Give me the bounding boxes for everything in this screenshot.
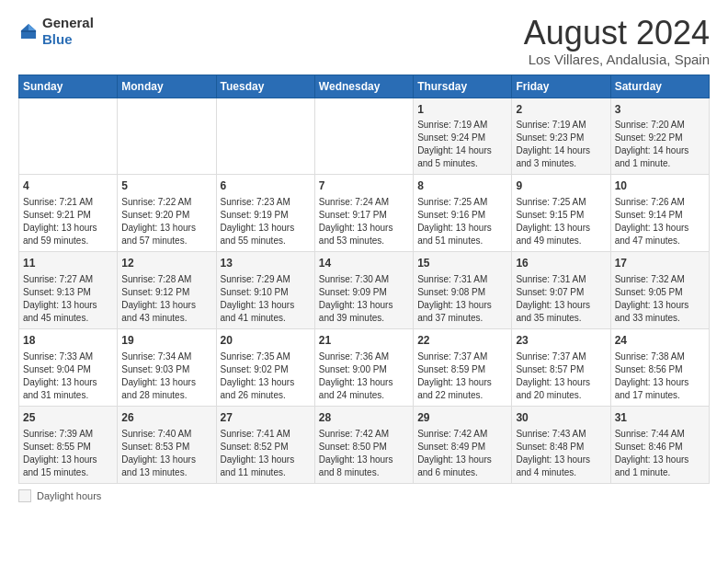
day-info: Sunset: 9:10 PM (221, 286, 311, 299)
calendar-cell: 6Sunrise: 7:23 AMSunset: 9:19 PMDaylight… (216, 175, 314, 252)
calendar-cell: 19Sunrise: 7:34 AMSunset: 9:03 PMDayligh… (118, 328, 216, 406)
day-info: Sunset: 9:22 PM (615, 132, 705, 144)
day-number: 15 (417, 256, 507, 271)
week-row: 18Sunrise: 7:33 AMSunset: 9:04 PMDayligh… (19, 328, 710, 406)
day-info: Sunset: 9:21 PM (23, 209, 113, 222)
calendar-cell: 8Sunrise: 7:25 AMSunset: 9:16 PMDaylight… (414, 175, 512, 252)
week-row: 11Sunrise: 7:27 AMSunset: 9:13 PMDayligh… (19, 252, 710, 329)
day-info: Sunrise: 7:36 AM (319, 350, 409, 363)
calendar-cell: 23Sunrise: 7:37 AMSunset: 8:57 PMDayligh… (512, 328, 610, 406)
day-info: Daylight: 13 hours and 35 minutes. (516, 299, 606, 325)
calendar-cell: 1Sunrise: 7:19 AMSunset: 9:24 PMDaylight… (414, 98, 512, 175)
day-info: Daylight: 13 hours and 4 minutes. (516, 454, 606, 479)
day-info: Sunset: 8:57 PM (516, 363, 606, 376)
day-info: Sunset: 8:53 PM (121, 441, 211, 454)
day-number: 20 (221, 333, 311, 349)
day-header: Thursday (414, 75, 512, 98)
calendar-cell: 31Sunrise: 7:44 AMSunset: 8:46 PMDayligh… (610, 406, 709, 483)
day-info: Sunset: 8:48 PM (516, 441, 606, 454)
day-number: 3 (615, 102, 705, 118)
day-info: Daylight: 13 hours and 51 minutes. (417, 222, 507, 247)
day-info: Daylight: 13 hours and 49 minutes. (516, 222, 606, 247)
calendar-cell: 10Sunrise: 7:26 AMSunset: 9:14 PMDayligh… (610, 175, 709, 252)
day-info: Sunset: 8:46 PM (615, 441, 705, 454)
day-number: 5 (121, 178, 211, 194)
day-header: Saturday (610, 75, 709, 98)
day-info: Sunset: 9:19 PM (221, 209, 311, 222)
calendar-cell: 12Sunrise: 7:28 AMSunset: 9:12 PMDayligh… (118, 252, 216, 329)
day-info: Daylight: 13 hours and 33 minutes. (615, 299, 705, 325)
day-info: Sunrise: 7:37 AM (417, 350, 507, 363)
calendar-cell (314, 98, 413, 175)
day-info: Sunrise: 7:28 AM (121, 273, 211, 286)
day-number: 17 (615, 256, 705, 271)
day-info: Sunrise: 7:19 AM (417, 119, 507, 132)
day-info: Daylight: 13 hours and 11 minutes. (221, 454, 311, 479)
day-info: Sunrise: 7:30 AM (319, 273, 409, 286)
day-info: Sunrise: 7:38 AM (615, 350, 705, 363)
day-info: Daylight: 13 hours and 41 minutes. (221, 299, 311, 325)
day-number: 13 (221, 256, 311, 271)
day-info: Daylight: 14 hours and 5 minutes. (417, 144, 507, 170)
calendar-cell (19, 98, 118, 175)
day-info: Sunrise: 7:19 AM (516, 119, 606, 132)
day-number: 18 (23, 333, 113, 349)
day-info: Sunset: 9:00 PM (319, 363, 409, 376)
calendar-cell: 20Sunrise: 7:35 AMSunset: 9:02 PMDayligh… (216, 328, 314, 406)
calendar-cell: 29Sunrise: 7:42 AMSunset: 8:49 PMDayligh… (414, 406, 512, 483)
svg-rect-2 (21, 30, 36, 31)
logo: General Blue (18, 15, 94, 48)
day-info: Daylight: 13 hours and 8 minutes. (319, 454, 409, 479)
week-row: 1Sunrise: 7:19 AMSunset: 9:24 PMDaylight… (19, 98, 710, 175)
day-number: 31 (615, 410, 705, 426)
calendar-cell: 11Sunrise: 7:27 AMSunset: 9:13 PMDayligh… (19, 252, 118, 329)
day-info: Daylight: 13 hours and 13 minutes. (121, 454, 211, 479)
day-info: Sunrise: 7:35 AM (221, 350, 311, 363)
day-info: Sunset: 9:20 PM (121, 209, 211, 222)
day-number: 4 (23, 178, 113, 194)
day-header: Friday (512, 75, 610, 98)
day-info: Sunrise: 7:29 AM (221, 273, 311, 286)
calendar-cell: 27Sunrise: 7:41 AMSunset: 8:52 PMDayligh… (216, 406, 314, 483)
calendar-cell: 28Sunrise: 7:42 AMSunset: 8:50 PMDayligh… (314, 406, 413, 483)
day-info: Sunset: 9:16 PM (417, 209, 507, 222)
calendar-cell (216, 98, 314, 175)
day-info: Sunrise: 7:33 AM (23, 350, 113, 363)
day-number: 16 (516, 256, 606, 271)
day-info: Sunset: 8:59 PM (417, 363, 507, 376)
day-header: Sunday (19, 75, 118, 98)
day-number: 30 (516, 410, 606, 426)
day-number: 27 (221, 410, 311, 426)
day-number: 23 (516, 333, 606, 349)
day-info: Sunrise: 7:25 AM (516, 196, 606, 209)
day-info: Sunset: 9:03 PM (121, 363, 211, 376)
day-header: Monday (118, 75, 216, 98)
day-info: Daylight: 13 hours and 28 minutes. (121, 376, 211, 402)
day-info: Daylight: 13 hours and 43 minutes. (121, 299, 211, 325)
day-info: Daylight: 13 hours and 53 minutes. (319, 222, 409, 247)
calendar-cell: 4Sunrise: 7:21 AMSunset: 9:21 PMDaylight… (19, 175, 118, 252)
logo-general: General (42, 15, 94, 30)
day-info: Sunset: 9:23 PM (516, 132, 606, 144)
day-number: 29 (417, 410, 507, 426)
day-number: 19 (121, 333, 211, 349)
calendar-cell: 21Sunrise: 7:36 AMSunset: 9:00 PMDayligh… (314, 328, 413, 406)
calendar-cell: 15Sunrise: 7:31 AMSunset: 9:08 PMDayligh… (414, 252, 512, 329)
day-info: Sunrise: 7:40 AM (121, 428, 211, 441)
day-info: Sunset: 9:15 PM (516, 209, 606, 222)
day-info: Sunset: 9:13 PM (23, 286, 113, 299)
day-info: Sunset: 9:04 PM (23, 363, 113, 376)
day-number: 11 (23, 256, 113, 271)
calendar-cell: 30Sunrise: 7:43 AMSunset: 8:48 PMDayligh… (512, 406, 610, 483)
day-info: Sunrise: 7:32 AM (615, 273, 705, 286)
day-info: Sunrise: 7:41 AM (221, 428, 311, 441)
calendar-cell: 18Sunrise: 7:33 AMSunset: 9:04 PMDayligh… (19, 328, 118, 406)
day-number: 7 (319, 178, 409, 194)
day-info: Daylight: 13 hours and 1 minute. (615, 454, 705, 479)
calendar-cell: 24Sunrise: 7:38 AMSunset: 8:56 PMDayligh… (610, 328, 709, 406)
svg-marker-1 (28, 24, 36, 30)
calendar-cell: 25Sunrise: 7:39 AMSunset: 8:55 PMDayligh… (19, 406, 118, 483)
day-info: Daylight: 13 hours and 59 minutes. (23, 222, 113, 247)
calendar-cell: 2Sunrise: 7:19 AMSunset: 9:23 PMDaylight… (512, 98, 610, 175)
day-number: 14 (319, 256, 409, 271)
